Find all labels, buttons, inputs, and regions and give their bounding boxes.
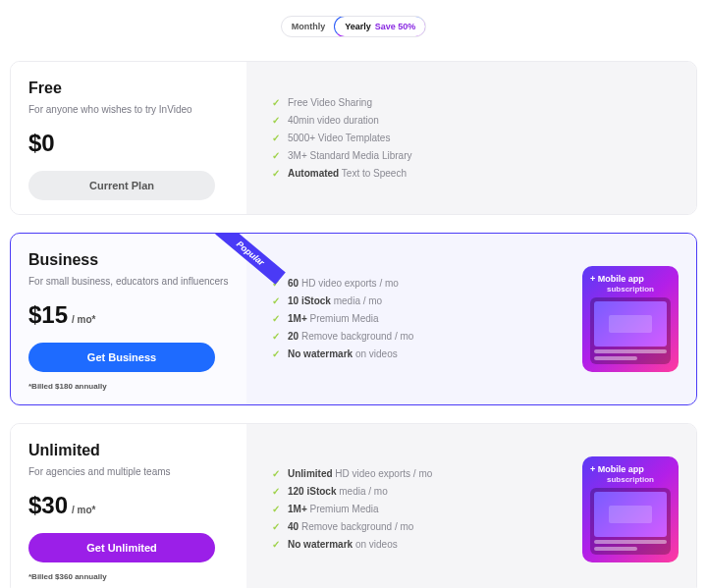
plan-desc: For agencies and multiple teams — [28, 465, 229, 478]
billing-note: *Billed $360 annually — [28, 572, 229, 581]
feature-text: 40min video duration — [288, 115, 379, 126]
plan-name: Business — [28, 251, 229, 269]
plan-name: Free — [28, 80, 229, 97]
billing-toggle: Monthly Yearly Save 50% — [10, 16, 697, 37]
plan-card-unlimited: Unlimited For agencies and multiple team… — [10, 423, 697, 588]
mobile-app-promo[interactable]: + Mobile app subscription — [582, 456, 679, 562]
feature-text: 120 iStock media / mo — [288, 486, 388, 497]
toggle-yearly-label: Yearly — [335, 17, 375, 36]
feature-item: ✓20 Remove background / mo — [272, 331, 413, 343]
plan-card-free: Free For anyone who wishes to try InVide… — [10, 61, 697, 215]
check-icon: ✓ — [272, 486, 280, 498]
get-unlimited-button[interactable]: Get Unlimited — [28, 533, 215, 562]
feature-item: ✓40min video duration — [272, 115, 411, 127]
promo-subtitle: subscription — [590, 475, 671, 484]
feature-text: 1M+ Premium Media — [288, 313, 379, 324]
feature-text: Free Video Sharing — [288, 97, 372, 108]
feature-item: ✓Unlimited HD video exports / mo — [272, 468, 432, 480]
feature-item: ✓10 iStock media / mo — [272, 295, 413, 307]
feature-text: 3M+ Standard Media Library — [288, 150, 411, 161]
feature-list: ✓Free Video Sharing✓40min video duration… — [272, 91, 411, 186]
feature-item: ✓1M+ Premium Media — [272, 313, 413, 325]
plan-desc: For small business, educators and influe… — [28, 275, 229, 288]
check-icon: ✓ — [272, 521, 280, 533]
check-icon: ✓ — [272, 97, 280, 109]
plan-price: $30 — [28, 492, 68, 519]
plan-card-business: Popular Business For small business, edu… — [10, 233, 697, 405]
plan-price: $15 — [28, 301, 68, 329]
feature-item: ✓5000+ Video Templates — [272, 133, 411, 144]
plus-icon: + — [590, 274, 595, 284]
feature-text: 40 Remove background / mo — [288, 521, 413, 532]
check-icon: ✓ — [272, 331, 280, 343]
plan-period: / mo* — [72, 314, 95, 325]
plan-desc: For anyone who wishes to try InVideo — [28, 103, 229, 116]
feature-text: Automated Text to Speech — [288, 168, 407, 179]
check-icon: ✓ — [272, 150, 280, 162]
mobile-app-promo[interactable]: + Mobile app subscription — [582, 266, 679, 372]
feature-text: No watermark on videos — [288, 348, 398, 359]
toggle-save-label: Save 50% — [375, 17, 426, 36]
current-plan-button[interactable]: Current Plan — [28, 171, 215, 200]
feature-text: 10 iStock media / mo — [288, 295, 382, 306]
feature-item: ✓No watermark on videos — [272, 539, 432, 551]
plus-icon: + — [590, 464, 595, 474]
billing-note: *Billed $180 annually — [28, 382, 229, 391]
feature-item: ✓Automated Text to Speech — [272, 168, 411, 180]
plan-period: / mo* — [72, 505, 95, 515]
feature-item: ✓120 iStock media / mo — [272, 486, 432, 498]
feature-item: ✓1M+ Premium Media — [272, 504, 432, 515]
feature-item: ✓No watermark on videos — [272, 348, 413, 360]
check-icon: ✓ — [272, 295, 280, 307]
feature-item: ✓60 HD video exports / mo — [272, 278, 413, 290]
feature-text: No watermark on videos — [288, 539, 398, 550]
feature-item: ✓3M+ Standard Media Library — [272, 150, 411, 162]
feature-item: ✓Free Video Sharing — [272, 97, 411, 109]
check-icon: ✓ — [272, 313, 280, 325]
get-business-button[interactable]: Get Business — [28, 343, 215, 372]
feature-text: 60 HD video exports / mo — [288, 278, 399, 289]
plan-name: Unlimited — [28, 442, 229, 459]
promo-subtitle: subscription — [590, 285, 671, 294]
promo-title: Mobile app — [598, 274, 644, 284]
check-icon: ✓ — [272, 539, 280, 551]
feature-text: Unlimited HD video exports / mo — [288, 468, 432, 479]
feature-item: ✓40 Remove background / mo — [272, 521, 432, 533]
phone-icon — [590, 488, 671, 555]
toggle-yearly-wrap[interactable]: Yearly Save 50% — [334, 16, 426, 37]
check-icon: ✓ — [272, 115, 280, 127]
toggle-monthly[interactable]: Monthly — [282, 17, 336, 36]
feature-list: ✓Unlimited HD video exports / mo✓120 iSt… — [272, 462, 432, 557]
feature-text: 5000+ Video Templates — [288, 133, 390, 143]
check-icon: ✓ — [272, 468, 280, 480]
feature-text: 20 Remove background / mo — [288, 331, 413, 342]
phone-icon — [590, 297, 671, 364]
check-icon: ✓ — [272, 504, 280, 515]
plan-price: $0 — [28, 130, 55, 157]
feature-list: ✓60 HD video exports / mo✓10 iStock medi… — [272, 272, 413, 366]
check-icon: ✓ — [272, 168, 280, 180]
feature-text: 1M+ Premium Media — [288, 504, 379, 514]
promo-title: Mobile app — [598, 464, 644, 474]
check-icon: ✓ — [272, 133, 280, 144]
check-icon: ✓ — [272, 348, 280, 360]
